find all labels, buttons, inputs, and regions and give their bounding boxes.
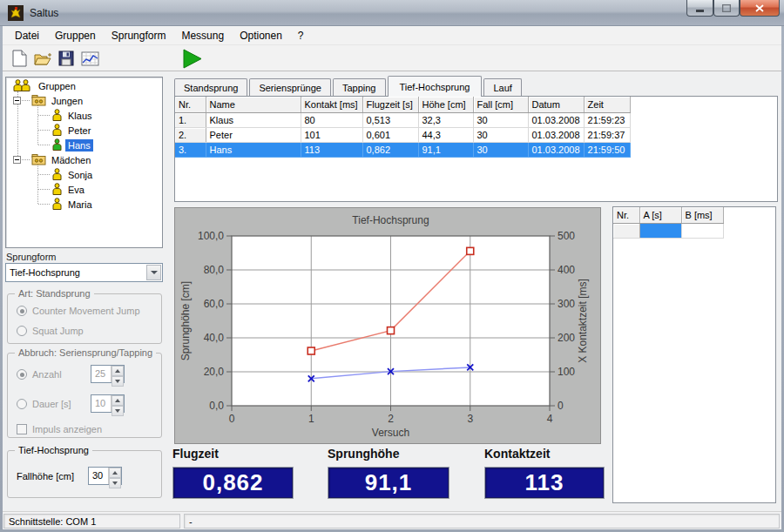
fallhoehe-label: Fallhöhe [cm] — [17, 471, 74, 481]
person-icon — [51, 138, 63, 152]
tab-tapping[interactable]: Tapping — [333, 78, 386, 96]
tree-item-peter[interactable]: Peter — [6, 123, 162, 138]
impuls-checkbox[interactable]: Impuls anzeigen — [17, 424, 102, 434]
cell[interactable] — [613, 223, 639, 238]
spin-up-icon[interactable] — [112, 366, 124, 376]
column-header-höhe-cm[interactable]: Höhe [cm] — [418, 97, 473, 112]
abbruch-group-title: Abbruch: Seriensprung/Tapping — [15, 347, 156, 358]
person-icon — [51, 124, 63, 138]
tab-seriensprünge[interactable]: Seriensprünge — [249, 78, 331, 96]
svg-text:40,0: 40,0 — [204, 332, 225, 344]
cell: 21:59:23 — [584, 112, 630, 127]
title-bar: Saltus — [0, 0, 784, 26]
column-header-name[interactable]: Name — [206, 97, 301, 112]
new-file-icon[interactable] — [9, 49, 30, 68]
open-file-icon[interactable] — [32, 49, 53, 68]
readout-label-sprunghöhe: Sprunghöhe — [328, 447, 399, 461]
fallhoehe-stepper[interactable]: 30 — [88, 467, 122, 485]
tab-strip: StandsprungSeriensprüngeTappingTief-Hoch… — [174, 75, 524, 96]
svg-text:3: 3 — [467, 413, 473, 425]
abbruch-group: Abbruch: Seriensprung/Tapping Anzahl 25 … — [7, 353, 162, 438]
column-header-datum[interactable]: Datum — [528, 97, 584, 112]
tree-item-maria[interactable]: Maria — [6, 197, 162, 212]
collapse-icon[interactable] — [13, 97, 21, 104]
sprungform-select[interactable]: Tief-Hochsprung — [5, 263, 163, 282]
cell: 2. — [175, 127, 206, 142]
cell: 21:59:37 — [584, 127, 630, 142]
table-row[interactable]: 3.Hans1130,86291,13001.03.200821:59:50 — [175, 142, 630, 157]
cell: 30 — [473, 112, 528, 127]
tab-standsprung[interactable]: Standsprung — [174, 78, 247, 96]
dauer-stepper[interactable]: 10 — [91, 394, 125, 413]
anzahl-stepper[interactable]: 25 — [91, 365, 125, 383]
cell: 0,513 — [362, 112, 418, 127]
menu-item-messung[interactable]: Messung — [173, 27, 232, 44]
column-header-a-s[interactable]: A [s] — [639, 207, 681, 223]
svg-text:0: 0 — [558, 400, 564, 412]
spin-up-icon[interactable] — [109, 468, 121, 478]
spin-down-icon[interactable] — [112, 376, 124, 387]
column-header-flugzeit-s[interactable]: Flugzeit [s] — [362, 97, 418, 112]
minimize-button[interactable] — [686, 0, 713, 17]
cell[interactable] — [681, 223, 723, 238]
tab-tief-hochsprung[interactable]: Tief-Hochsprung — [388, 76, 483, 97]
folder-icon — [31, 94, 46, 108]
radio-anzahl[interactable]: Anzahl — [17, 369, 62, 380]
column-header-fall-cm[interactable]: Fall [cm] — [473, 97, 528, 112]
tree-item-eva[interactable]: Eva — [6, 182, 162, 197]
svg-text:400: 400 — [558, 264, 575, 276]
results-grid: Nr.NameKontakt [ms]Flugzeit [s]Höhe [cm]… — [175, 97, 631, 158]
menu-item-sprungform[interactable]: Sprungform — [104, 27, 174, 44]
tree-item-sonja[interactable]: Sonja — [6, 167, 162, 182]
tree-item-hans[interactable]: Hans — [6, 138, 162, 152]
side-header-row: Nr.A [s]B [ms] — [613, 207, 723, 223]
cell: 91,1 — [418, 142, 473, 157]
start-measurement-icon[interactable] — [180, 49, 205, 68]
menu-item-datei[interactable]: Datei — [7, 27, 47, 44]
fallhoehe-text: Fallhöhe [cm] — [17, 471, 74, 481]
spin-up-icon[interactable] — [112, 395, 124, 406]
groups-tree: GruppenJungenKlausPeterHansMädchenSonjaE… — [5, 77, 163, 248]
maximize-button[interactable] — [713, 0, 740, 17]
tab-lauf[interactable]: Lauf — [483, 78, 521, 96]
radio-counter-movement-jump[interactable]: Counter Movement Jump — [17, 306, 140, 316]
column-header-nr[interactable]: Nr. — [613, 207, 639, 223]
radio-icon — [17, 306, 27, 316]
tree-item-mädchen[interactable]: Mädchen — [6, 152, 162, 167]
collapse-icon[interactable] — [13, 156, 21, 164]
cell: 01.03.2008 — [528, 112, 584, 127]
cell: 101 — [301, 127, 362, 142]
cell: 80 — [301, 112, 362, 127]
save-icon[interactable] — [56, 49, 77, 68]
menu-item-item[interactable]: ? — [290, 27, 312, 44]
column-header-kontakt-ms[interactable]: Kontakt [ms] — [301, 97, 362, 112]
spin-down-icon[interactable] — [112, 406, 124, 416]
person-icon — [51, 198, 63, 212]
tree-item-gruppen[interactable]: Gruppen — [6, 78, 162, 93]
tief-hochsprung-group: Tief-Hochsprung Fallhöhe [cm] 30 — [7, 450, 162, 498]
tree-item-jungen[interactable]: Jungen — [6, 93, 162, 108]
close-button[interactable] — [740, 0, 780, 17]
table-row[interactable] — [613, 223, 723, 238]
art-standsprung-group: Art: Standsprung Counter Movement Jump S… — [7, 293, 162, 344]
table-row[interactable]: 2.Peter1010,60144,33001.03.200821:59:37 — [175, 127, 630, 142]
menu-item-optionen[interactable]: Optionen — [232, 27, 290, 44]
diagram-icon[interactable] — [79, 49, 100, 68]
tree-item-klaus[interactable]: Klaus — [6, 108, 162, 123]
cell: 01.03.2008 — [528, 142, 584, 157]
spin-down-icon[interactable] — [109, 478, 121, 488]
column-header-b-ms[interactable]: B [ms] — [681, 207, 723, 223]
cell: 30 — [473, 127, 528, 142]
tree-item-label: Maria — [65, 199, 95, 211]
column-header-nr[interactable]: Nr. — [175, 97, 206, 112]
radio-squat-jump[interactable]: Squat Jump — [17, 326, 84, 336]
tree-item-label: Sonja — [65, 169, 95, 181]
table-row[interactable]: 1.Klaus800,51332,33001.03.200821:59:23 — [175, 112, 630, 127]
radio-dauer[interactable]: Dauer [s] — [17, 399, 71, 409]
menu-item-gruppen[interactable]: Gruppen — [47, 27, 104, 44]
svg-text:Versuch: Versuch — [372, 427, 409, 439]
combo-dropdown-icon[interactable] — [146, 265, 161, 280]
cell[interactable] — [639, 223, 681, 238]
side-grid: Nr.A [s]B [ms] — [613, 207, 724, 239]
column-header-zeit[interactable]: Zeit — [584, 97, 630, 112]
